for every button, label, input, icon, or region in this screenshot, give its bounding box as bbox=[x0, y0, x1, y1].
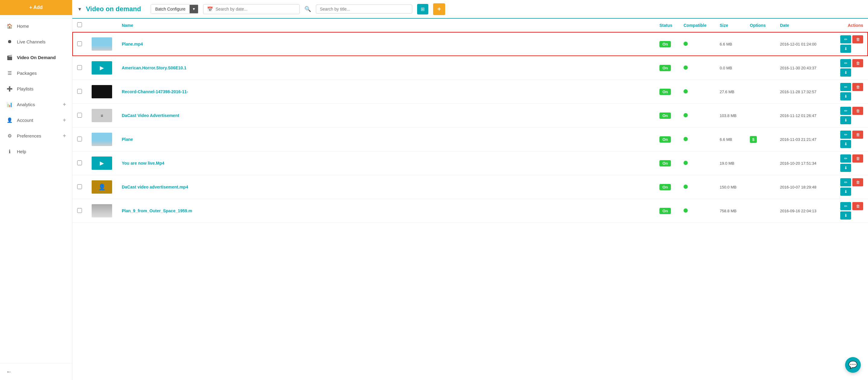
select-all-checkbox[interactable] bbox=[77, 22, 82, 27]
edit-button[interactable]: ✏ bbox=[840, 35, 851, 43]
edit-button[interactable]: ✏ bbox=[840, 178, 851, 186]
row-status-cell: On bbox=[655, 151, 679, 175]
row-checkbox[interactable] bbox=[77, 208, 82, 213]
collapse-button[interactable]: ← bbox=[6, 368, 66, 375]
status-badge[interactable]: On bbox=[659, 184, 671, 190]
row-checkbox[interactable] bbox=[77, 137, 82, 141]
download-button[interactable]: ⬇ bbox=[840, 140, 851, 148]
page-title: Video on demand bbox=[86, 5, 141, 13]
edit-button[interactable]: ✏ bbox=[840, 202, 851, 210]
row-name-cell: Plane.mp4 bbox=[117, 32, 655, 56]
delete-button[interactable]: 🗑 bbox=[852, 107, 863, 115]
delete-button[interactable]: 🗑 bbox=[852, 59, 863, 67]
row-options-cell bbox=[745, 80, 775, 104]
sidebar-item-label: Preferences bbox=[17, 133, 63, 139]
download-button[interactable]: ⬇ bbox=[840, 92, 851, 100]
edit-button[interactable]: ✏ bbox=[840, 107, 851, 115]
row-checkbox[interactable] bbox=[77, 113, 82, 118]
edit-button[interactable]: ✏ bbox=[840, 59, 851, 67]
search-title-input[interactable] bbox=[320, 7, 408, 11]
compatible-dot-icon bbox=[684, 41, 688, 46]
status-badge[interactable]: On bbox=[659, 113, 671, 119]
sidebar-item-preferences[interactable]: ⚙ Preferences + bbox=[0, 128, 72, 144]
sidebar-item-packages[interactable]: ☰ Packages bbox=[0, 65, 72, 81]
file-name[interactable]: Plane bbox=[122, 137, 133, 142]
paywall-icon: $ bbox=[750, 136, 757, 143]
download-button[interactable]: ⬇ bbox=[840, 68, 851, 77]
table-row: ▶ American.Horror.Story.S06E10.1 On 0.0 … bbox=[72, 56, 868, 80]
nav-items: 🏠 Home ⏺ Live Channels 🎬 Video On Demand… bbox=[0, 15, 72, 363]
grid-view-button[interactable]: ⊞ bbox=[417, 4, 428, 14]
row-size-cell: 19.0 MB bbox=[715, 151, 745, 175]
download-button[interactable]: ⬇ bbox=[840, 116, 851, 124]
file-name[interactable]: DaCast video advertisement.mp4 bbox=[122, 184, 188, 189]
delete-button[interactable]: 🗑 bbox=[852, 154, 863, 163]
compatible-dot-icon bbox=[684, 161, 688, 165]
row-checkbox[interactable] bbox=[77, 160, 82, 165]
row-options-cell bbox=[745, 151, 775, 175]
edit-button[interactable]: ✏ bbox=[840, 154, 851, 163]
status-badge[interactable]: On bbox=[659, 160, 671, 167]
download-button[interactable]: ⬇ bbox=[840, 187, 851, 196]
file-name[interactable]: Record-Channel-147398-2016-11- bbox=[122, 89, 188, 94]
download-button[interactable]: ⬇ bbox=[840, 45, 851, 53]
edit-button[interactable]: ✏ bbox=[840, 83, 851, 91]
add-button[interactable]: + Add bbox=[0, 0, 72, 15]
delete-button[interactable]: 🗑 bbox=[852, 130, 863, 139]
file-name[interactable]: DaCast Video Advertisement bbox=[122, 113, 179, 118]
compatible-dot-icon bbox=[684, 113, 688, 117]
sidebar-item-playlists[interactable]: ➕ Playlists bbox=[0, 81, 72, 96]
row-actions-cell: ✏ 🗑 ⬇ bbox=[835, 56, 868, 80]
delete-button[interactable]: 🗑 bbox=[852, 83, 863, 91]
row-date-cell: 2016-10-20 17:51:34 bbox=[775, 151, 835, 175]
sidebar-item-live-channels[interactable]: ⏺ Live Channels bbox=[0, 34, 72, 50]
edit-button[interactable]: ✏ bbox=[840, 130, 851, 139]
sidebar-item-label: Help bbox=[17, 149, 66, 154]
row-checkbox[interactable] bbox=[77, 41, 82, 46]
status-badge[interactable]: On bbox=[659, 65, 671, 71]
file-name[interactable]: You are now live.Mp4 bbox=[122, 161, 164, 166]
row-checkbox-cell bbox=[72, 151, 87, 175]
row-name-cell: You are now live.Mp4 bbox=[117, 151, 655, 175]
chat-bubble-button[interactable]: 💬 bbox=[845, 357, 861, 373]
row-compatible-cell bbox=[679, 32, 715, 56]
row-checkbox[interactable] bbox=[77, 65, 82, 70]
calendar-icon: 📅 bbox=[207, 6, 213, 12]
compatible-dot-icon bbox=[684, 137, 688, 141]
sidebar-item-account[interactable]: 👤 Account + bbox=[0, 112, 72, 128]
sidebar-item-home[interactable]: 🏠 Home bbox=[0, 18, 72, 34]
file-name[interactable]: Plane.mp4 bbox=[122, 41, 143, 47]
status-badge[interactable]: On bbox=[659, 89, 671, 95]
row-date-cell: 2016-10-07 18:29:48 bbox=[775, 175, 835, 199]
status-badge[interactable]: On bbox=[659, 136, 671, 143]
row-checkbox[interactable] bbox=[77, 89, 82, 94]
status-badge[interactable]: On bbox=[659, 208, 671, 214]
row-date-cell: 2016-11-30 20:43:37 bbox=[775, 56, 835, 80]
sidebar-item-video-on-demand[interactable]: 🎬 Video On Demand bbox=[0, 50, 72, 65]
delete-button[interactable]: 🗑 bbox=[852, 178, 863, 186]
file-name[interactable]: American.Horror.Story.S06E10.1 bbox=[122, 65, 187, 70]
download-button[interactable]: ⬇ bbox=[840, 164, 851, 172]
video-table-container: Name Status Compatible Size Options Date… bbox=[72, 19, 868, 380]
header-add-button[interactable]: + bbox=[433, 3, 445, 15]
analytics-plus-icon: + bbox=[63, 101, 66, 108]
file-name[interactable]: Plan_9_from_Outer_Space_1959.m bbox=[122, 208, 192, 213]
row-compatible-cell bbox=[679, 175, 715, 199]
sidebar-item-label: Analytics bbox=[17, 102, 63, 107]
main-content: ▾ Video on demand Batch Configure ▼ 📅 🔍 … bbox=[72, 0, 868, 380]
sidebar-item-help[interactable]: ℹ Help bbox=[0, 144, 72, 159]
sidebar-item-analytics[interactable]: 📊 Analytics + bbox=[0, 96, 72, 112]
analytics-icon: 📊 bbox=[6, 101, 13, 108]
download-button[interactable]: ⬇ bbox=[840, 211, 851, 220]
row-name-cell: Plane bbox=[117, 127, 655, 151]
chevron-down-icon[interactable]: ▾ bbox=[79, 6, 81, 12]
row-options-cell: $ bbox=[745, 127, 775, 151]
row-checkbox[interactable] bbox=[77, 184, 82, 189]
status-badge[interactable]: On bbox=[659, 41, 671, 47]
search-date-input[interactable] bbox=[216, 7, 296, 11]
delete-button[interactable]: 🗑 bbox=[852, 35, 863, 43]
video-icon: 🎬 bbox=[6, 54, 13, 61]
batch-configure-dropdown[interactable]: Batch Configure ▼ bbox=[151, 4, 198, 14]
delete-button[interactable]: 🗑 bbox=[852, 202, 863, 210]
collapse-icon: ← bbox=[6, 368, 12, 375]
